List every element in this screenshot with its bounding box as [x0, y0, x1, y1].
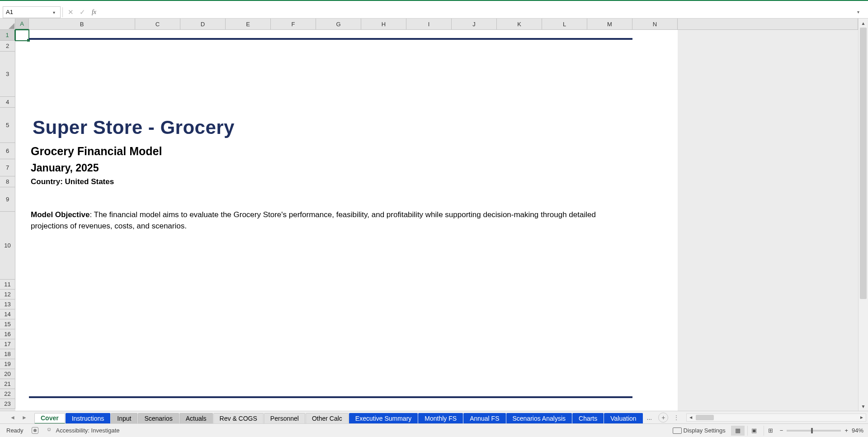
- app-top-border: [0, 0, 868, 1]
- vertical-scroll-thumb[interactable]: [860, 28, 867, 299]
- row-header-19[interactable]: 19: [0, 359, 15, 369]
- row-header-23[interactable]: 23: [0, 399, 15, 409]
- formula-bar-expand-icon[interactable]: ▾: [857, 10, 865, 14]
- col-header-C[interactable]: C: [135, 19, 180, 30]
- sheet-tab-scenarios[interactable]: Scenarios: [138, 413, 179, 424]
- col-header-M[interactable]: M: [587, 19, 632, 30]
- tab-options-icon[interactable]: ⋮: [674, 414, 679, 421]
- row-header-15[interactable]: 15: [0, 319, 15, 329]
- row-header-22[interactable]: 22: [0, 389, 15, 399]
- add-sheet-button[interactable]: +: [658, 413, 668, 423]
- name-box-dropdown-icon[interactable]: ▾: [53, 10, 57, 14]
- row-header-1[interactable]: 1: [0, 30, 15, 41]
- zoom-out-button[interactable]: −: [780, 427, 783, 434]
- tab-nav-next-icon[interactable]: ►: [20, 413, 28, 422]
- row-header-6[interactable]: 6: [0, 143, 15, 159]
- row-header-13[interactable]: 13: [0, 299, 15, 309]
- row-header-3[interactable]: 3: [0, 52, 15, 97]
- status-bar: Ready Accessibility: Investigate Display…: [0, 423, 868, 437]
- row-headers: 1234567891011121314151617181920212223: [0, 30, 15, 411]
- zoom-thumb[interactable]: [811, 428, 813, 433]
- cover-title: Super Store - Grocery: [33, 117, 235, 138]
- sheet-tab-instructions[interactable]: Instructions: [66, 413, 111, 424]
- sheet-tab-personnel[interactable]: Personnel: [264, 413, 305, 424]
- sheet-tab-input[interactable]: Input: [111, 413, 137, 424]
- row-header-20[interactable]: 20: [0, 369, 15, 379]
- sheet-tab-charts[interactable]: Charts: [572, 413, 604, 424]
- row-header-9[interactable]: 9: [0, 187, 15, 212]
- zoom-level[interactable]: 94%: [852, 427, 863, 434]
- row-header-4[interactable]: 4: [0, 97, 15, 108]
- view-normal-button[interactable]: ▦: [731, 426, 745, 436]
- scroll-right-icon[interactable]: ►: [858, 414, 866, 421]
- col-header-L[interactable]: L: [542, 19, 587, 30]
- col-header-J[interactable]: J: [452, 19, 497, 30]
- cover-objective: Model Objective: The financial model aim…: [31, 209, 627, 232]
- row-header-7[interactable]: 7: [0, 159, 15, 176]
- formula-input[interactable]: [100, 7, 857, 17]
- row-header-2[interactable]: 2: [0, 41, 15, 52]
- tab-nav-prev-icon[interactable]: ◄: [9, 413, 17, 422]
- horizontal-scroll-thumb[interactable]: [696, 415, 714, 420]
- zoom-slider[interactable]: [787, 430, 841, 432]
- col-header-E[interactable]: E: [226, 19, 271, 30]
- cover-objective-text: : The financial model aims to evaluate t…: [31, 210, 596, 230]
- col-header-N[interactable]: N: [632, 19, 678, 30]
- col-header-H[interactable]: H: [361, 19, 406, 30]
- row-header-16[interactable]: 16: [0, 329, 15, 339]
- horizontal-scrollbar[interactable]: ◄ ►: [686, 413, 866, 422]
- cover-objective-label: Model Objective: [31, 210, 90, 219]
- sheet-tab-monthly-fs[interactable]: Monthly FS: [418, 413, 463, 424]
- vertical-scrollbar[interactable]: ▲ ▼: [858, 19, 868, 411]
- scroll-down-icon[interactable]: ▼: [859, 402, 868, 411]
- select-all-corner[interactable]: [0, 19, 15, 30]
- row-header-18[interactable]: 18: [0, 349, 15, 359]
- zoom-in-button[interactable]: +: [844, 427, 848, 434]
- col-header-B[interactable]: B: [29, 19, 135, 30]
- row-header-10[interactable]: 10: [0, 212, 15, 280]
- row-header-8[interactable]: 8: [0, 176, 15, 187]
- accessibility-label: Accessibility: Investigate: [56, 427, 120, 434]
- macro-record-icon[interactable]: [32, 427, 38, 434]
- col-header-K[interactable]: K: [497, 19, 542, 30]
- scroll-left-icon[interactable]: ◄: [687, 414, 695, 421]
- sheet-tab-bar: ◄ ► CoverInstructionsInputScenariosActua…: [0, 411, 868, 423]
- tabs-overflow-icon[interactable]: ...: [643, 414, 656, 421]
- row-header-11[interactable]: 11: [0, 280, 15, 290]
- col-header-filler: [678, 19, 858, 30]
- sheet-tab-valuation[interactable]: Valuation: [604, 413, 642, 424]
- row-header-5[interactable]: 5: [0, 108, 15, 143]
- sheet-tab-cover[interactable]: Cover: [34, 413, 65, 424]
- col-header-D[interactable]: D: [180, 19, 226, 30]
- col-header-G[interactable]: G: [316, 19, 361, 30]
- accessibility-status[interactable]: Accessibility: Investigate: [47, 427, 120, 434]
- fx-button[interactable]: fx: [88, 7, 100, 17]
- sheet-tab-other-calc[interactable]: Other Calc: [306, 413, 349, 424]
- view-page-layout-button[interactable]: ▣: [747, 426, 761, 436]
- selected-cell[interactable]: [15, 29, 29, 41]
- row-header-21[interactable]: 21: [0, 379, 15, 389]
- sheet-tab-annual-fs[interactable]: Annual FS: [463, 413, 505, 424]
- col-header-F[interactable]: F: [271, 19, 316, 30]
- col-header-I[interactable]: I: [406, 19, 452, 30]
- cover-bottom-rule: [29, 396, 632, 398]
- sheet-tab-executive-summary[interactable]: Executive Summary: [349, 413, 418, 424]
- view-page-break-button[interactable]: ⊞: [764, 426, 777, 436]
- scroll-up-icon[interactable]: ▲: [859, 19, 868, 28]
- display-settings-button[interactable]: Display Settings: [673, 427, 726, 434]
- cancel-formula-button[interactable]: ✕: [65, 7, 76, 17]
- sheet-tab-actuals[interactable]: Actuals: [179, 413, 213, 424]
- row-header-14[interactable]: 14: [0, 309, 15, 319]
- name-box-value: A1: [6, 9, 53, 15]
- name-box[interactable]: A1 ▾: [3, 6, 61, 18]
- row-header-17[interactable]: 17: [0, 339, 15, 349]
- sheet-tab-rev-cogs[interactable]: Rev & COGS: [213, 413, 264, 424]
- accessibility-icon: [47, 427, 53, 434]
- column-headers: ABCDEFGHIJKLMN: [15, 19, 858, 30]
- cells-canvas[interactable]: Super Store - Grocery Grocery Financial …: [15, 30, 858, 411]
- status-ready: Ready: [6, 427, 24, 434]
- enter-formula-button[interactable]: ✓: [76, 7, 88, 17]
- col-header-A[interactable]: A: [15, 19, 29, 30]
- row-header-12[interactable]: 12: [0, 290, 15, 299]
- sheet-tab-scenarios-analysis[interactable]: Scenarios Analysis: [506, 413, 572, 424]
